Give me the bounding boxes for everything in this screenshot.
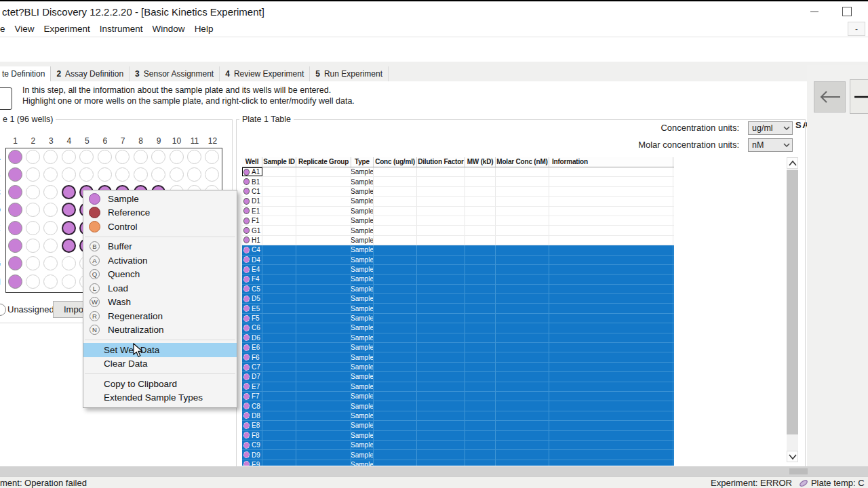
table-row-c1[interactable]: C1Sample xyxy=(242,187,674,197)
scrollbar-thumb[interactable] xyxy=(787,170,798,434)
table-row-f5[interactable]: F5Sample xyxy=(242,314,674,323)
well-b11[interactable] xyxy=(187,167,201,182)
well-f4[interactable] xyxy=(62,239,76,253)
table-row-b1[interactable]: B1Sample xyxy=(242,177,674,186)
context-menu-item-sample[interactable]: Sample xyxy=(83,192,237,206)
context-menu-item-control[interactable]: Control xyxy=(83,220,237,234)
well-a10[interactable] xyxy=(170,150,184,164)
table-vertical-scrollbar[interactable] xyxy=(787,157,798,462)
column-header-well[interactable]: Well xyxy=(242,157,262,167)
well-e1[interactable] xyxy=(8,221,22,235)
context-menu-item-regeneration[interactable]: RRegeneration xyxy=(83,309,237,323)
well-b8[interactable] xyxy=(134,167,148,182)
menu-item-e[interactable]: e xyxy=(0,24,5,34)
menu-item-window[interactable]: Window xyxy=(153,24,185,34)
well-b4[interactable] xyxy=(62,167,76,182)
tab-sensor-assignment[interactable]: 3Sensor Assignment xyxy=(130,66,220,81)
column-header-information[interactable]: Information xyxy=(549,157,673,167)
well-a2[interactable] xyxy=(26,150,40,164)
scroll-down-button[interactable] xyxy=(787,451,798,462)
well-h2[interactable] xyxy=(26,274,40,289)
menu-item-view[interactable]: View xyxy=(15,24,35,34)
well-d2[interactable] xyxy=(26,203,40,217)
well-b9[interactable] xyxy=(151,167,165,182)
table-row-c9[interactable]: C9Sample xyxy=(242,441,674,450)
well-c2[interactable] xyxy=(26,185,40,199)
well-b6[interactable] xyxy=(98,167,112,182)
table-row-d5[interactable]: D5Sample xyxy=(242,294,674,304)
table-row-f1[interactable]: F1Sample xyxy=(242,216,674,226)
table-row-d4[interactable]: D4Sample xyxy=(242,256,674,265)
molar-units-select[interactable]: nM xyxy=(748,138,793,152)
well-a7[interactable] xyxy=(115,150,130,164)
previous-step-button[interactable] xyxy=(814,81,846,113)
horizontal-scrollbar-thumb[interactable] xyxy=(789,468,808,474)
well-h4[interactable] xyxy=(62,274,76,289)
context-menu-item-activation[interactable]: AActivation xyxy=(83,253,237,268)
concentration-units-select[interactable]: ug/ml xyxy=(748,121,793,135)
context-menu-item-quench[interactable]: QQuench xyxy=(83,268,237,282)
table-row-c7[interactable]: C7Sample xyxy=(242,363,674,372)
table-row-c5[interactable]: C5Sample xyxy=(242,285,674,294)
table-row-f7[interactable]: F7Sample xyxy=(242,392,674,401)
table-row-h1[interactable]: H1Sample xyxy=(242,236,674,245)
well-e2[interactable] xyxy=(26,221,40,235)
table-row-e6[interactable]: E6Sample xyxy=(242,343,674,352)
well-b12[interactable] xyxy=(205,167,219,182)
well-g4[interactable] xyxy=(62,256,76,270)
well-e4[interactable] xyxy=(62,221,76,235)
table-row-f4[interactable]: F4Sample xyxy=(242,274,674,284)
table-row-e9[interactable]: E9Sample xyxy=(242,460,674,466)
table-row-c8[interactable]: C8Sample xyxy=(242,401,674,411)
table-row-c4[interactable]: C4Sample xyxy=(242,245,674,255)
well-f1[interactable] xyxy=(8,239,22,253)
well-g3[interactable] xyxy=(43,256,58,270)
well-b5[interactable] xyxy=(79,167,94,182)
context-menu-item-reference[interactable]: Reference xyxy=(83,206,237,220)
table-row-d6[interactable]: D6Sample xyxy=(242,333,674,343)
menu-item-experiment[interactable]: Experiment xyxy=(44,24,90,34)
well-f3[interactable] xyxy=(43,239,58,253)
table-row-e5[interactable]: E5Sample xyxy=(242,304,674,313)
column-header-sample-id[interactable]: Sample ID xyxy=(262,157,296,167)
well-b3[interactable] xyxy=(43,167,58,182)
well-d4[interactable] xyxy=(62,203,76,217)
table-row-g1[interactable]: G1Sample xyxy=(242,226,674,235)
well-a3[interactable] xyxy=(43,150,58,164)
table-row-d1[interactable]: D1Sample xyxy=(242,197,674,206)
table-row-e1[interactable]: E1Sample xyxy=(242,207,674,216)
tab-run-experiment[interactable]: 5Run Experiment xyxy=(310,66,389,81)
maximize-button[interactable] xyxy=(835,4,859,19)
context-menu-item-wash[interactable]: WWash xyxy=(83,296,237,310)
mdi-minimize-button[interactable]: - xyxy=(848,22,865,36)
well-c3[interactable] xyxy=(43,185,58,199)
well-b7[interactable] xyxy=(115,167,130,182)
horizontal-scrollbar[interactable] xyxy=(0,466,868,476)
context-menu-item-set-well-data[interactable]: Set Well Data xyxy=(83,343,237,357)
well-a4[interactable] xyxy=(62,150,76,164)
well-a12[interactable] xyxy=(205,150,219,164)
context-menu-item-load[interactable]: LLoad xyxy=(83,281,237,296)
well-a5[interactable] xyxy=(79,150,94,164)
well-g1[interactable] xyxy=(8,256,22,270)
well-e3[interactable] xyxy=(43,221,58,235)
minimize-button[interactable] xyxy=(803,4,826,19)
well-d3[interactable] xyxy=(43,203,58,217)
well-a6[interactable] xyxy=(98,150,112,164)
well-a1[interactable] xyxy=(8,150,22,164)
table-row-d9[interactable]: D9Sample xyxy=(242,450,674,460)
tab-assay-definition[interactable]: 2Assay Definition xyxy=(51,66,130,81)
column-header-replicate-group[interactable]: Replicate Group xyxy=(296,157,351,167)
table-row-f8[interactable]: F8Sample xyxy=(242,431,674,441)
well-a9[interactable] xyxy=(151,150,165,164)
column-header-dilution-factor[interactable]: Dilution Factor xyxy=(417,157,465,167)
table-row-d8[interactable]: D8Sample xyxy=(242,411,674,421)
well-a11[interactable] xyxy=(187,150,201,164)
table-row-f6[interactable]: F6Sample xyxy=(242,352,674,362)
context-menu-item-clear-data[interactable]: Clear Data xyxy=(83,357,237,371)
well-f2[interactable] xyxy=(26,239,40,253)
table-row-e8[interactable]: E8Sample xyxy=(242,421,674,430)
well-h1[interactable] xyxy=(8,274,22,289)
table-row-e4[interactable]: E4Sample xyxy=(242,265,674,274)
column-header-type[interactable]: Type xyxy=(351,157,374,167)
